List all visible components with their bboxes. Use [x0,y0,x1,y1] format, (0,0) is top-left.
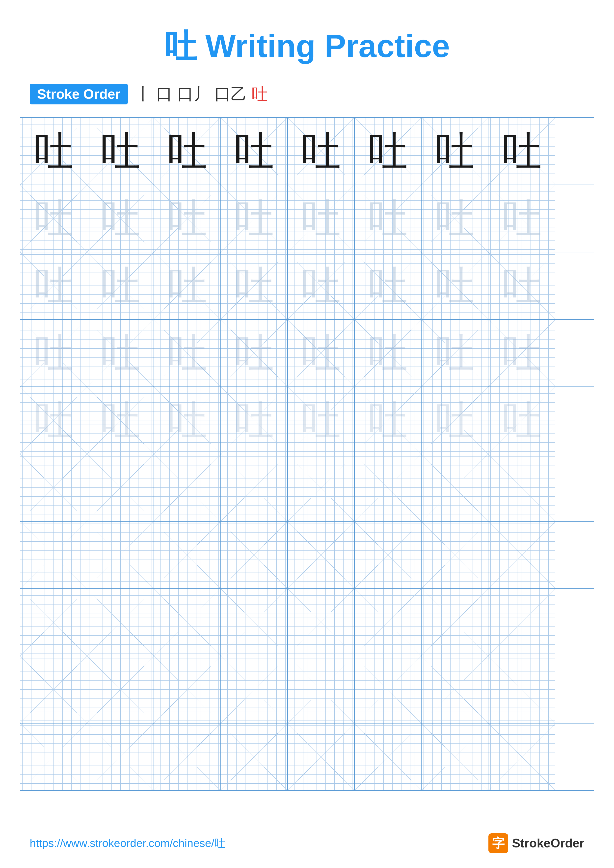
grid-cell[interactable] [221,522,288,588]
grid-cell[interactable] [288,656,355,723]
grid-cell[interactable]: 吐 [421,185,488,252]
grid-cell[interactable]: 吐 [20,185,87,252]
grid-cell[interactable]: 吐 [355,387,421,454]
grid-cell[interactable]: 吐 [421,387,488,454]
grid-cell[interactable] [87,454,154,521]
grid-cell[interactable]: 吐 [20,253,87,319]
practice-char: 吐 [301,199,341,238]
grid-cell[interactable]: 吐 [87,387,154,454]
grid-cell[interactable]: 吐 [221,185,288,252]
grid-cell[interactable]: 吐 [87,118,154,184]
grid-cell[interactable]: 吐 [355,185,421,252]
grid-cell[interactable]: 吐 [87,185,154,252]
grid-cell[interactable] [421,724,488,790]
grid-row [20,589,594,656]
grid-cell[interactable]: 吐 [221,253,288,319]
grid-cell[interactable] [87,724,154,790]
stroke-step-3: 口丿 [177,83,210,105]
grid-cell[interactable] [87,522,154,588]
grid-cell[interactable] [488,454,555,521]
practice-char: 吐 [101,199,140,238]
grid-cell[interactable] [488,589,555,656]
grid-cell[interactable]: 吐 [288,118,355,184]
grid-cell[interactable]: 吐 [154,320,221,386]
grid-cell[interactable] [288,724,355,790]
grid-cell[interactable] [421,454,488,521]
practice-char: 吐 [234,266,274,305]
grid-cell[interactable] [421,656,488,723]
grid-cell[interactable] [20,656,87,723]
grid-cell[interactable] [421,589,488,656]
grid-cell[interactable]: 吐 [20,320,87,386]
grid-cell[interactable] [221,589,288,656]
grid-cell[interactable] [154,589,221,656]
grid-cell[interactable]: 吐 [421,118,488,184]
grid-cell[interactable] [355,522,421,588]
grid-cell[interactable]: 吐 [288,185,355,252]
grid-cell[interactable]: 吐 [288,253,355,319]
practice-char: 吐 [168,132,207,171]
practice-char: 吐 [502,266,542,305]
grid-cell[interactable] [421,522,488,588]
grid-cell[interactable]: 吐 [355,118,421,184]
practice-char: 吐 [435,199,474,238]
grid-cell[interactable] [288,589,355,656]
grid-cell[interactable]: 吐 [421,320,488,386]
logo-icon: 字 [488,833,508,853]
grid-cell[interactable] [154,522,221,588]
practice-char: 吐 [101,401,140,440]
grid-cell[interactable] [20,454,87,521]
practice-char: 吐 [502,199,542,238]
grid-cell[interactable] [288,454,355,521]
grid-cell[interactable] [221,724,288,790]
grid-cell[interactable] [20,724,87,790]
grid-cell[interactable]: 吐 [221,118,288,184]
stroke-step-1: 丨 [135,83,151,105]
grid-cell[interactable]: 吐 [488,253,555,319]
footer-url[interactable]: https://www.strokeorder.com/chinese/吐 [30,836,225,851]
stroke-order-section: Stroke Order 丨 口 口丿 口乙 吐 [0,83,614,105]
practice-char: 吐 [234,333,274,373]
grid-cell[interactable] [154,454,221,521]
grid-cell[interactable]: 吐 [87,253,154,319]
grid-cell[interactable]: 吐 [20,387,87,454]
grid-cell[interactable]: 吐 [288,320,355,386]
grid-cell[interactable] [221,454,288,521]
grid-cell[interactable]: 吐 [355,253,421,319]
grid-cell[interactable] [87,589,154,656]
grid-cell[interactable]: 吐 [288,387,355,454]
grid-cell[interactable]: 吐 [221,320,288,386]
grid-cell[interactable]: 吐 [87,320,154,386]
grid-cell[interactable] [355,454,421,521]
grid-cell[interactable]: 吐 [421,253,488,319]
grid-cell[interactable] [488,656,555,723]
grid-cell[interactable]: 吐 [154,387,221,454]
footer: https://www.strokeorder.com/chinese/吐 字 … [0,833,614,853]
grid-cell[interactable] [488,724,555,790]
grid-cell[interactable]: 吐 [488,320,555,386]
grid-cell[interactable] [154,656,221,723]
grid-cell[interactable]: 吐 [154,118,221,184]
grid-cell[interactable]: 吐 [20,118,87,184]
practice-char: 吐 [502,333,542,373]
grid-cell[interactable]: 吐 [488,118,555,184]
grid-cell[interactable]: 吐 [488,185,555,252]
grid-cell[interactable] [221,656,288,723]
grid-cell[interactable] [355,724,421,790]
grid-cell[interactable] [20,522,87,588]
practice-char: 吐 [34,132,73,171]
grid-cell[interactable]: 吐 [154,253,221,319]
grid-cell[interactable]: 吐 [221,387,288,454]
grid-cell[interactable]: 吐 [488,387,555,454]
grid-cell[interactable] [20,589,87,656]
title-char: 吐 [164,28,196,64]
grid-cell[interactable] [154,724,221,790]
grid-cell[interactable] [355,656,421,723]
grid-cell[interactable] [87,656,154,723]
grid-cell[interactable] [288,522,355,588]
grid-cell[interactable] [355,589,421,656]
grid-cell[interactable] [488,522,555,588]
grid-cell[interactable]: 吐 [154,185,221,252]
practice-char: 吐 [435,132,474,171]
grid-cell[interactable]: 吐 [355,320,421,386]
